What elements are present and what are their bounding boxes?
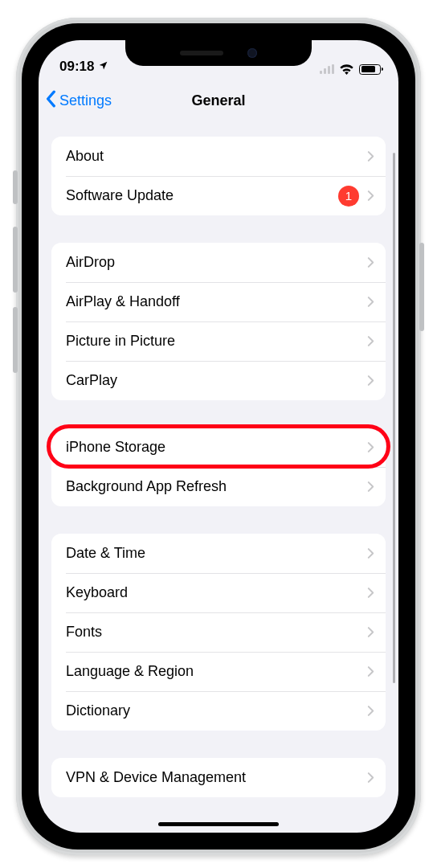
- silent-switch: [13, 170, 18, 204]
- home-indicator[interactable]: [158, 822, 279, 826]
- iphone-frame: 09:18: [16, 18, 421, 855]
- chevron-left-icon: [45, 90, 58, 112]
- page-title: General: [191, 92, 245, 109]
- row-software-update[interactable]: Software Update1: [51, 176, 386, 215]
- speaker-icon: [180, 51, 223, 55]
- chevron-right-icon: [367, 772, 374, 784]
- row-language-region[interactable]: Language & Region: [51, 652, 386, 691]
- row-label: Date & Time: [66, 545, 367, 562]
- side-button: [419, 243, 424, 331]
- chevron-right-icon: [367, 626, 374, 638]
- chevron-right-icon: [367, 547, 374, 559]
- settings-group: Date & TimeKeyboardFontsLanguage & Regio…: [51, 534, 386, 731]
- row-label: Software Update: [66, 187, 338, 204]
- chevron-right-icon: [367, 705, 374, 717]
- row-label: Language & Region: [66, 663, 367, 680]
- chevron-right-icon: [367, 441, 374, 453]
- row-label: iPhone Storage: [66, 439, 367, 456]
- status-time: 09:18: [59, 59, 94, 75]
- front-camera-icon: [247, 48, 257, 58]
- row-date-time[interactable]: Date & Time: [51, 534, 386, 573]
- notification-badge: 1: [338, 186, 359, 207]
- row-label: CarPlay: [66, 372, 367, 389]
- row-keyboard[interactable]: Keyboard: [51, 573, 386, 612]
- settings-group: VPN & Device Management: [51, 758, 386, 797]
- cellular-icon: [320, 64, 334, 74]
- row-about[interactable]: About: [51, 137, 386, 176]
- bezel: 09:18: [27, 29, 410, 844]
- wifi-icon: [339, 63, 354, 75]
- chevron-right-icon: [367, 150, 374, 162]
- chevron-right-icon: [367, 190, 374, 202]
- row-iphone-storage[interactable]: iPhone Storage: [51, 428, 386, 467]
- row-label: About: [66, 148, 367, 165]
- settings-group: iPhone StorageBackground App Refresh: [51, 428, 386, 506]
- chevron-right-icon: [367, 481, 374, 493]
- settings-list[interactable]: AboutSoftware Update1AirDropAirPlay & Ha…: [39, 119, 398, 833]
- row-label: Dictionary: [66, 702, 367, 719]
- chevron-right-icon: [367, 256, 374, 268]
- nav-bar: Settings General: [39, 82, 398, 119]
- row-carplay[interactable]: CarPlay: [51, 361, 386, 400]
- row-dictionary[interactable]: Dictionary: [51, 691, 386, 731]
- row-label: Keyboard: [66, 584, 367, 601]
- row-label: Background App Refresh: [66, 478, 367, 495]
- row-airdrop[interactable]: AirDrop: [51, 243, 386, 282]
- row-background-app-refresh[interactable]: Background App Refresh: [51, 467, 386, 506]
- chevron-right-icon: [367, 665, 374, 678]
- scroll-indicator: [393, 153, 395, 683]
- row-picture-in-picture[interactable]: Picture in Picture: [51, 321, 386, 361]
- chevron-right-icon: [367, 587, 374, 599]
- notch: [125, 40, 312, 66]
- volume-down-button: [13, 307, 18, 373]
- volume-up-button: [13, 227, 18, 293]
- row-airplay-handoff[interactable]: AirPlay & Handoff: [51, 282, 386, 321]
- back-button[interactable]: Settings: [45, 82, 112, 119]
- row-label: Fonts: [66, 624, 367, 641]
- location-icon: [98, 59, 108, 75]
- row-label: AirDrop: [66, 254, 367, 271]
- back-label: Settings: [59, 92, 112, 109]
- row-fonts[interactable]: Fonts: [51, 612, 386, 652]
- row-label: Picture in Picture: [66, 333, 367, 350]
- chevron-right-icon: [367, 296, 374, 308]
- row-label: AirPlay & Handoff: [66, 293, 367, 310]
- battery-icon: [359, 64, 381, 75]
- settings-group: AboutSoftware Update1: [51, 137, 386, 215]
- row-label: VPN & Device Management: [66, 769, 367, 786]
- chevron-right-icon: [367, 335, 374, 347]
- settings-group: AirDropAirPlay & HandoffPicture in Pictu…: [51, 243, 386, 400]
- chevron-right-icon: [367, 375, 374, 387]
- screen: 09:18: [39, 40, 398, 833]
- row-vpn-device-management[interactable]: VPN & Device Management: [51, 758, 386, 797]
